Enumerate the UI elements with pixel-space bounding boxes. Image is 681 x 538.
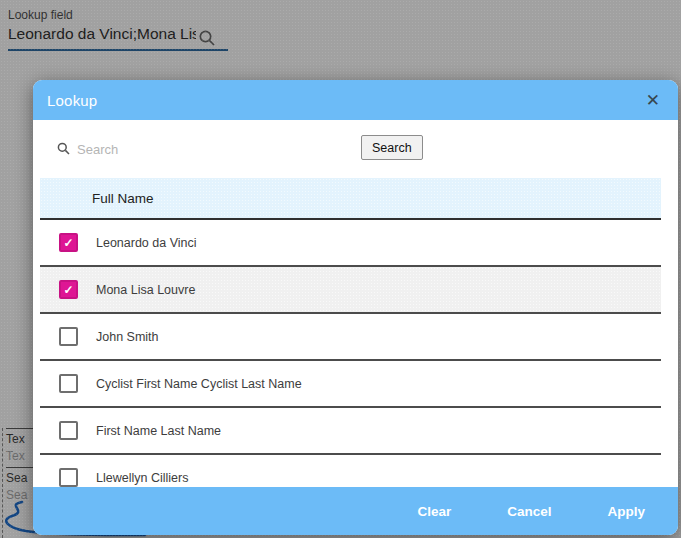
screen: Lookup field Leonardo da Vinci;Mona Lisa…: [0, 0, 681, 538]
search-input[interactable]: [75, 134, 339, 164]
row-name-label: Leonardo da Vinci: [96, 236, 197, 250]
modal-search-section: Search: [33, 120, 678, 178]
table-row[interactable]: ✓ Mona Lisa Louvre: [40, 267, 661, 314]
row-checkbox[interactable]: [59, 468, 78, 487]
check-icon: ✓: [63, 284, 73, 296]
search-icon: [57, 142, 70, 155]
row-name-label: John Smith: [96, 330, 159, 344]
modal-header: Lookup ✕: [33, 80, 678, 120]
close-icon[interactable]: ✕: [642, 90, 664, 111]
row-checkbox[interactable]: ✓: [59, 280, 78, 299]
table-row[interactable]: First Name Last Name: [40, 408, 661, 455]
apply-button[interactable]: Apply: [607, 504, 645, 519]
table-row[interactable]: Cyclist First Name Cyclist Last Name: [40, 361, 661, 408]
lookup-modal: Lookup ✕ Search Full Name ✓ Leonardo da …: [33, 80, 678, 535]
clear-button[interactable]: Clear: [417, 504, 451, 519]
modal-footer: Clear Cancel Apply: [33, 487, 678, 535]
row-checkbox[interactable]: [59, 374, 78, 393]
table-row[interactable]: ✓ Leonardo da Vinci: [40, 220, 661, 267]
row-checkbox[interactable]: ✓: [59, 233, 78, 252]
column-header-full-name: Full Name: [40, 178, 661, 220]
lookup-table: Full Name ✓ Leonardo da Vinci ✓ Mona Lis…: [40, 178, 661, 535]
row-checkbox[interactable]: [59, 421, 78, 440]
table-row[interactable]: John Smith: [40, 314, 661, 361]
cancel-button[interactable]: Cancel: [507, 504, 551, 519]
check-icon: ✓: [63, 237, 73, 249]
row-name-label: Mona Lisa Louvre: [96, 283, 195, 297]
search-button[interactable]: Search: [361, 135, 423, 160]
modal-title: Lookup: [47, 92, 642, 109]
row-name-label: Cyclist First Name Cyclist Last Name: [96, 377, 302, 391]
row-name-label: Llewellyn Cilliers: [96, 471, 188, 485]
row-checkbox[interactable]: [59, 327, 78, 346]
row-name-label: First Name Last Name: [96, 424, 221, 438]
